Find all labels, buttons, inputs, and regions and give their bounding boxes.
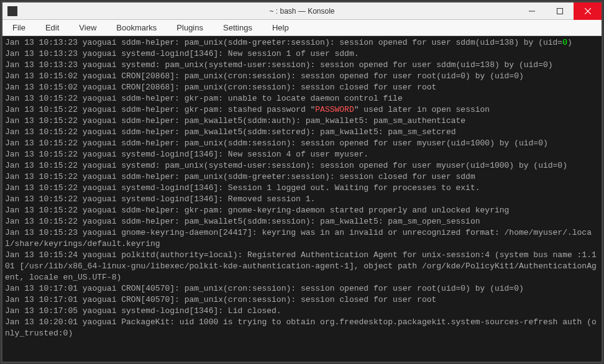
window-title: ~ : bash — Konsole [269, 7, 334, 16]
menu-help[interactable]: Help [268, 22, 293, 34]
menu-view[interactable]: View [75, 22, 100, 34]
log-line: Jan 13 10:15:22 yaoguai systemd-logind[1… [5, 150, 368, 159]
window-controls [518, 2, 602, 19]
log-line: Jan 13 10:20:01 yaoguai PackageKit: uid … [5, 317, 597, 338]
log-line: Jan 13 10:17:01 yaoguai CRON[40570]: pam… [5, 295, 436, 304]
log-line: Jan 13 10:13:23 yaoguai systemd-logind[1… [5, 49, 359, 58]
log-line: ) [567, 38, 572, 47]
log-line: Jan 13 10:15:24 yaoguai polkitd(authorit… [5, 250, 597, 282]
log-line: Jan 13 10:15:22 yaoguai systemd-logind[1… [5, 194, 315, 204]
minimize-button[interactable] [518, 2, 546, 20]
menu-edit[interactable]: Edit [42, 22, 63, 34]
menubar: File Edit View Bookmarks Plugins Setting… [2, 20, 602, 36]
log-line: Jan 13 10:15:23 yaoguai gnome-keyring-da… [5, 228, 592, 248]
titlebar: ~ : bash — Konsole [2, 2, 602, 20]
maximize-button[interactable] [546, 2, 574, 20]
log-line: Jan 13 10:13:23 yaoguai sddm-helper: pam… [5, 38, 562, 47]
log-line: Jan 13 10:17:05 yaoguai systemd-logind[1… [5, 306, 281, 316]
log-line: Jan 13 10:15:22 yaoguai sddm-helper: pam… [5, 172, 475, 181]
log-line: Jan 13 10:15:22 yaoguai systemd-logind[1… [5, 183, 480, 193]
log-line: 0 [562, 38, 567, 47]
password-highlight: PASSWORD [315, 105, 354, 114]
log-line: Jan 13 10:15:22 yaoguai sddm-helper: gkr… [5, 94, 403, 103]
log-line: " used later in open session [354, 105, 490, 114]
log-line: Jan 13 10:15:22 yaoguai sddm-helper: gkr… [5, 105, 315, 114]
svg-rect-1 [557, 9, 562, 14]
log-line: ) [562, 161, 567, 170]
menu-plugins[interactable]: Plugins [173, 22, 207, 34]
log-line: Jan 13 10:15:22 yaoguai sddm-helper: pam… [5, 217, 480, 226]
log-line: Jan 13 10:13:23 yaoguai systemd: pam_uni… [5, 60, 553, 70]
log-line: Jan 13 10:15:22 yaoguai sddm-helper: pam… [5, 139, 548, 148]
close-button[interactable] [574, 2, 602, 20]
log-line: Jan 13 10:17:01 yaoguai CRON[40570]: pam… [5, 284, 524, 293]
menu-settings[interactable]: Settings [219, 22, 256, 34]
log-line: Jan 13 10:15:22 yaoguai sddm-helper: pam… [5, 127, 456, 137]
log-line: Jan 13 10:15:02 yaoguai CRON[20868]: pam… [5, 83, 436, 92]
menu-file[interactable]: File [9, 22, 29, 34]
log-line: Jan 13 10:15:02 yaoguai CRON[20868]: pam… [5, 71, 524, 81]
terminal-output[interactable]: Jan 13 10:13:23 yaoguai sddm-helper: pam… [2, 36, 602, 362]
log-line: Jan 13 10:15:22 yaoguai sddm-helper: pam… [5, 116, 465, 125]
app-icon [7, 6, 17, 16]
menu-bookmarks[interactable]: Bookmarks [112, 22, 160, 34]
log-line: Jan 13 10:15:22 yaoguai sddm-helper: gkr… [5, 206, 509, 215]
log-line: Jan 13 10:15:22 yaoguai systemd: pam_uni… [5, 161, 562, 170]
